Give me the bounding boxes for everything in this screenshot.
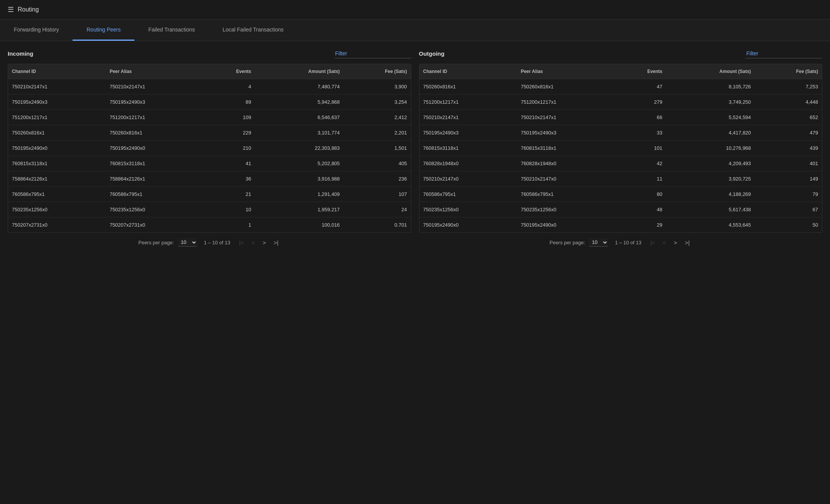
incoming-cell-peer-alias: 750235x1256x0 xyxy=(106,202,203,217)
outgoing-cell-events: 101 xyxy=(615,141,666,156)
incoming-cell-amount: 3,101,774 xyxy=(255,125,344,141)
outgoing-cell-fee: 149 xyxy=(755,171,822,187)
tab-failed-transactions[interactable]: Failed Transactions xyxy=(134,20,209,41)
incoming-cell-peer-alias: 750195x2490x0 xyxy=(106,141,203,156)
outgoing-cell-channel-id: 750235x1256x0 xyxy=(419,202,517,217)
incoming-cell-amount: 5,942,868 xyxy=(255,94,344,110)
outgoing-per-page-select[interactable]: 10 25 50 100 xyxy=(589,238,608,247)
outgoing-cell-peer-alias: 750260x816x1 xyxy=(517,79,615,94)
outgoing-cell-channel-id: 750195x2490x3 xyxy=(419,125,517,141)
outgoing-table-header-row: Channel ID Peer Alias Events Amount (Sat… xyxy=(419,64,822,79)
incoming-next-page-button[interactable]: > xyxy=(261,239,268,247)
outgoing-cell-events: 80 xyxy=(615,187,666,202)
outgoing-table-row[interactable]: 750210x2147x0 750210x2147x0 11 3,920,725… xyxy=(419,171,822,187)
incoming-cell-fee: 0.701 xyxy=(344,217,411,233)
outgoing-cell-amount: 5,524,594 xyxy=(666,110,755,125)
incoming-per-page-select[interactable]: 10 25 50 100 xyxy=(178,238,197,247)
outgoing-panel-header: Outgoing xyxy=(419,49,823,58)
incoming-cell-amount: 5,202,805 xyxy=(255,156,344,171)
outgoing-pagination-info: 1 – 10 of 13 xyxy=(615,240,641,245)
outgoing-cell-amount: 10,276,968 xyxy=(666,141,755,156)
incoming-cell-fee: 24 xyxy=(344,202,411,217)
incoming-table-row[interactable]: 751200x1217x1 751200x1217x1 109 6,546,63… xyxy=(8,110,411,125)
outgoing-table-row[interactable]: 760828x1948x0 760828x1948x0 42 4,209,493… xyxy=(419,156,822,171)
incoming-table-row[interactable]: 758864x2126x1 758864x2126x1 36 3,916,988… xyxy=(8,171,411,187)
outgoing-cell-events: 48 xyxy=(615,202,666,217)
incoming-panel-header: Incoming xyxy=(8,49,411,58)
tab-forwarding-history[interactable]: Forwarding History xyxy=(0,20,73,41)
tab-routing-peers[interactable]: Routing Peers xyxy=(73,20,134,41)
incoming-cell-events: 210 xyxy=(204,141,255,156)
outgoing-table-row[interactable]: 760815x3118x1 760815x3118x1 101 10,276,9… xyxy=(419,141,822,156)
outgoing-table-row[interactable]: 751200x1217x1 751200x1217x1 279 3,749,25… xyxy=(419,94,822,110)
incoming-col-amount: Amount (Sats) xyxy=(255,64,344,79)
incoming-cell-channel-id: 751200x1217x1 xyxy=(8,110,106,125)
outgoing-cell-peer-alias: 760828x1948x0 xyxy=(517,156,615,171)
incoming-cell-peer-alias: 750195x2490x3 xyxy=(106,94,203,110)
outgoing-table-row[interactable]: 750195x2490x3 750195x2490x3 33 4,417,820… xyxy=(419,125,822,141)
outgoing-pagination-label: Peers per page: xyxy=(550,240,585,245)
incoming-cell-peer-alias: 750207x2731x0 xyxy=(106,217,203,233)
outgoing-table-row[interactable]: 750210x2147x1 750210x2147x1 66 5,524,594… xyxy=(419,110,822,125)
incoming-col-channel-id: Channel ID xyxy=(8,64,106,79)
outgoing-cell-events: 279 xyxy=(615,94,666,110)
incoming-cell-events: 41 xyxy=(204,156,255,171)
outgoing-cell-amount: 4,209,493 xyxy=(666,156,755,171)
incoming-table-row[interactable]: 750195x2490x0 750195x2490x0 210 22,303,8… xyxy=(8,141,411,156)
incoming-table-row[interactable]: 750195x2490x3 750195x2490x3 89 5,942,868… xyxy=(8,94,411,110)
outgoing-next-page-button[interactable]: > xyxy=(672,239,679,247)
incoming-cell-channel-id: 760586x795x1 xyxy=(8,187,106,202)
incoming-col-events: Events xyxy=(204,64,255,79)
incoming-last-page-button[interactable]: >| xyxy=(272,239,281,247)
incoming-cell-amount: 3,916,988 xyxy=(255,171,344,187)
outgoing-cell-events: 29 xyxy=(615,217,666,233)
incoming-cell-events: 36 xyxy=(204,171,255,187)
incoming-table-row[interactable]: 750210x2147x1 750210x2147x1 4 7,480,774 … xyxy=(8,79,411,94)
routing-icon: ☰ xyxy=(8,5,14,14)
outgoing-table-row[interactable]: 750195x2490x0 750195x2490x0 29 4,553,645… xyxy=(419,217,822,233)
incoming-panel: Incoming Channel ID Peer Alias Events Am… xyxy=(8,49,411,249)
outgoing-cell-fee: 79 xyxy=(755,187,822,202)
outgoing-filter-input[interactable] xyxy=(746,49,822,58)
outgoing-cell-fee: 4,448 xyxy=(755,94,822,110)
outgoing-panel: Outgoing Channel ID Peer Alias Events Am… xyxy=(419,49,823,249)
incoming-table-row[interactable]: 750207x2731x0 750207x2731x0 1 100,016 0.… xyxy=(8,217,411,233)
incoming-table-row[interactable]: 760586x795x1 760586x795x1 21 1,291,409 1… xyxy=(8,187,411,202)
incoming-table-header-row: Channel ID Peer Alias Events Amount (Sat… xyxy=(8,64,411,79)
outgoing-cell-channel-id: 760828x1948x0 xyxy=(419,156,517,171)
outgoing-cell-events: 11 xyxy=(615,171,666,187)
outgoing-cell-amount: 4,417,820 xyxy=(666,125,755,141)
outgoing-prev-page-button[interactable]: < xyxy=(661,239,668,247)
outgoing-table-row[interactable]: 750235x1256x0 750235x1256x0 48 5,617,438… xyxy=(419,202,822,217)
incoming-table-row[interactable]: 750260x816x1 750260x816x1 229 3,101,774 … xyxy=(8,125,411,141)
incoming-cell-peer-alias: 758864x2126x1 xyxy=(106,171,203,187)
incoming-pagination-info: 1 – 10 of 13 xyxy=(204,240,230,245)
outgoing-col-channel-id: Channel ID xyxy=(419,64,517,79)
outgoing-cell-peer-alias: 751200x1217x1 xyxy=(517,94,615,110)
outgoing-last-page-button[interactable]: >| xyxy=(683,239,692,247)
incoming-cell-fee: 107 xyxy=(344,187,411,202)
outgoing-table-row[interactable]: 750260x816x1 750260x816x1 47 8,105,726 7… xyxy=(419,79,822,94)
incoming-cell-channel-id: 750195x2490x3 xyxy=(8,94,106,110)
incoming-filter-input[interactable] xyxy=(335,49,411,58)
incoming-cell-amount: 22,303,883 xyxy=(255,141,344,156)
outgoing-cell-fee: 67 xyxy=(755,202,822,217)
incoming-prev-page-button[interactable]: < xyxy=(250,239,257,247)
incoming-cell-channel-id: 750207x2731x0 xyxy=(8,217,106,233)
outgoing-table: Channel ID Peer Alias Events Amount (Sat… xyxy=(419,64,822,232)
tab-local-failed-transactions[interactable]: Local Failed Transactions xyxy=(209,20,298,41)
incoming-table-row[interactable]: 750235x1256x0 750235x1256x0 10 1,959,217… xyxy=(8,202,411,217)
outgoing-table-row[interactable]: 760586x795x1 760586x795x1 80 4,188,269 7… xyxy=(419,187,822,202)
incoming-cell-fee: 2,201 xyxy=(344,125,411,141)
outgoing-cell-fee: 652 xyxy=(755,110,822,125)
incoming-first-page-button[interactable]: |< xyxy=(237,239,246,247)
incoming-col-peer-alias: Peer Alias xyxy=(106,64,203,79)
outgoing-cell-channel-id: 750210x2147x0 xyxy=(419,171,517,187)
outgoing-first-page-button[interactable]: |< xyxy=(648,239,657,247)
outgoing-cell-peer-alias: 750210x2147x1 xyxy=(517,110,615,125)
incoming-table-row[interactable]: 760815x3118x1 760815x3118x1 41 5,202,805… xyxy=(8,156,411,171)
incoming-pagination: Peers per page: 10 25 50 100 1 – 10 of 1… xyxy=(8,233,411,249)
outgoing-cell-events: 47 xyxy=(615,79,666,94)
outgoing-title: Outgoing xyxy=(419,50,445,57)
incoming-cell-channel-id: 750195x2490x0 xyxy=(8,141,106,156)
